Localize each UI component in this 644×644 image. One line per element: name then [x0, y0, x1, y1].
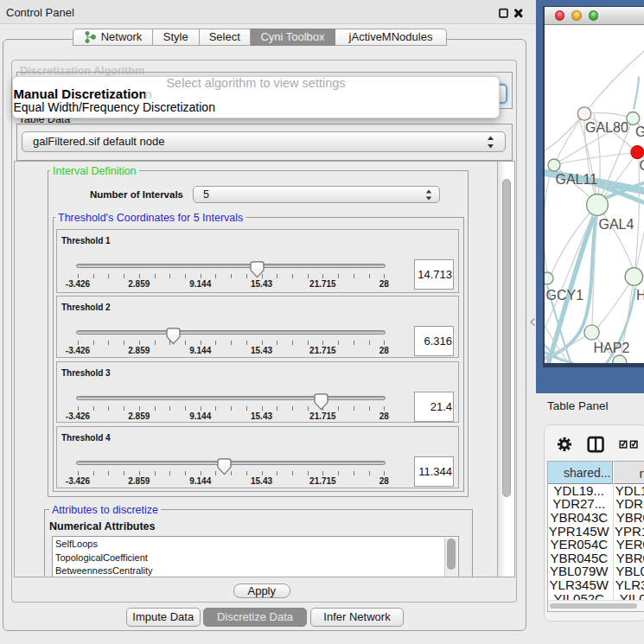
svg-text:HIS4: HIS4 [636, 287, 644, 302]
svg-text:GAL11: GAL11 [556, 171, 598, 186]
svg-text:GAL2: GAL2 [635, 124, 644, 138]
svg-text:CYC: CYC [640, 157, 644, 172]
svg-text:GAL4: GAL4 [599, 216, 634, 231]
svg-text:GCY1: GCY1 [546, 287, 584, 302]
svg-text:HAP2: HAP2 [594, 340, 630, 354]
svg-text:GAL80: GAL80 [585, 119, 628, 134]
